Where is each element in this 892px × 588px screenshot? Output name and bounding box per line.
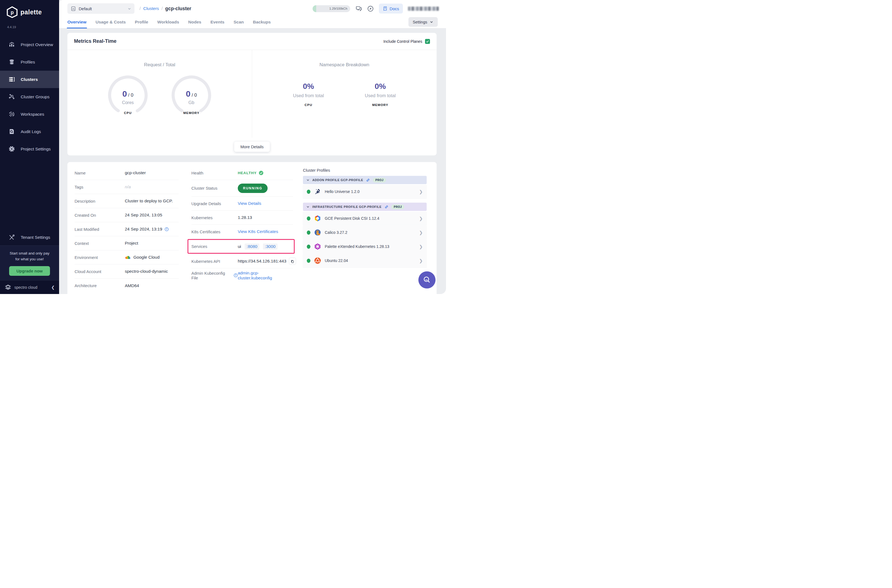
docs-button-label: Docs xyxy=(390,6,399,11)
profile-item-hello-universe[interactable]: Hello Universe 1.2.0 ❯ xyxy=(303,185,426,198)
sidebar-item-project-settings[interactable]: Project Settings xyxy=(0,140,59,158)
detail-row-admin-kubeconfig: Admin Kubeconfig File admin.gcp-cluster.… xyxy=(191,268,293,282)
sidebar-footer: spectro cloud ❮ xyxy=(0,280,59,294)
info-icon[interactable] xyxy=(234,273,238,278)
settings-button[interactable]: Settings xyxy=(408,17,438,27)
namespace-cpu-stat: 0% Used from total CPU xyxy=(293,82,324,106)
audit-doc-icon xyxy=(8,128,15,135)
page-header: Default / Clusters / gcp-cluster 1.29/10… xyxy=(59,0,446,28)
upgrade-now-button[interactable]: Upgrade now xyxy=(9,266,50,276)
profile-item-gce-disk[interactable]: GCE Persistent Disk CSI 1.12.4 ❯ xyxy=(303,212,426,225)
profile-item-calico[interactable]: Calico 3.27.2 ❯ xyxy=(303,226,426,239)
tab-overview[interactable]: Overview xyxy=(68,15,86,28)
sidebar-item-project-overview[interactable]: Project Overview xyxy=(0,36,59,53)
layers-icon xyxy=(8,58,15,65)
status-dot-icon xyxy=(307,259,311,263)
detail-row-context: Context Project xyxy=(75,236,179,250)
running-status-badge: RUNNING xyxy=(238,184,267,193)
infrastructure-profile-group-header[interactable]: INFRASTRUCTURE PROFILE GCP-PROFILE PROJ xyxy=(303,202,426,211)
sidebar-item-cluster-groups[interactable]: Cluster Groups xyxy=(0,88,59,105)
detail-row-cluster-status: Cluster Status RUNNING xyxy=(191,180,293,196)
namespace-breakdown-panel: Namespace Breakdown 0% Used from total C… xyxy=(252,50,437,138)
spectro-cloud-logo-icon xyxy=(5,284,12,291)
sidebar-item-workspaces[interactable]: Workspaces xyxy=(0,105,59,123)
chevron-down-icon xyxy=(128,7,131,10)
proj-badge: PROJ xyxy=(391,204,404,209)
tab-workloads[interactable]: Workloads xyxy=(158,15,179,28)
detail-row-k8s-certificates: K8s Certificates View K8s Certificates xyxy=(191,225,293,239)
topbar-actions: 1.29/100kCh xyxy=(312,4,439,14)
addon-profile-group-header[interactable]: ADDON PROFILE GCP-PROFILE PROJ xyxy=(303,176,426,184)
link-icon xyxy=(366,178,370,182)
cpu-gauge-value: 0 / 0 xyxy=(106,89,150,99)
proj-badge: PROJ xyxy=(373,178,386,183)
hello-universe-logo xyxy=(314,188,321,195)
chevron-right-icon: ❯ xyxy=(419,244,423,249)
more-details-row: More Details xyxy=(68,138,437,155)
chevron-right-icon: ❯ xyxy=(419,258,423,263)
sidebar-item-label: Project Settings xyxy=(21,147,51,152)
detail-row-created-on: Created On 24 Sep 2024, 13:05 xyxy=(75,208,179,222)
sidebar-item-audit-logs[interactable]: Audit Logs xyxy=(0,123,59,140)
tab-usage-costs[interactable]: Usage & Costs xyxy=(96,15,126,28)
chevron-right-icon: ❯ xyxy=(419,216,423,221)
page-body: Metrics Real-Time Include Control Planes… xyxy=(59,28,446,294)
main-area: Default / Clusters / gcp-cluster 1.29/10… xyxy=(59,0,446,294)
sidebar-item-profiles[interactable]: Profiles xyxy=(0,53,59,70)
google-cloud-icon xyxy=(125,255,131,260)
breadcrumb-clusters-link[interactable]: Clusters xyxy=(143,6,159,11)
profile-item-pxk[interactable]: Palette eXtended Kubernetes 1.28.13 ❯ xyxy=(303,240,426,253)
settings-button-label: Settings xyxy=(413,20,427,24)
chat-button[interactable] xyxy=(355,5,362,12)
tab-events[interactable]: Events xyxy=(210,15,225,28)
chevron-right-icon: ❯ xyxy=(419,230,423,235)
memory-gauge-value: 0 / 0 xyxy=(169,89,213,99)
status-dot-icon xyxy=(307,190,311,194)
more-details-button[interactable]: More Details xyxy=(234,142,270,152)
detail-row-description: Description Cluster to deploy to GCP. xyxy=(75,194,179,208)
kubeconfig-download-link[interactable]: admin.gcp-cluster.kubeconfig xyxy=(238,270,293,280)
detail-row-upgrade-details: Upgrade Details View Details xyxy=(191,196,293,211)
orbit-icon xyxy=(8,111,15,118)
tab-scan[interactable]: Scan xyxy=(234,15,244,28)
sidebar-item-clusters[interactable]: Clusters xyxy=(0,70,59,88)
view-k8s-certificates-link[interactable]: View K8s Certificates xyxy=(238,229,278,234)
details-middle-column: Health HEALTHY Cluster Status RUNNING xyxy=(184,166,300,294)
tab-backups[interactable]: Backups xyxy=(253,15,271,28)
detail-row-cloud-account: Cloud Account spectro-cloud-dynamic xyxy=(75,264,179,279)
app-version: 4.4.19 xyxy=(0,18,59,29)
sidebar-item-label: Clusters xyxy=(21,77,38,82)
upgrade-promo: Start small and only pay for what you us… xyxy=(0,245,59,280)
service-port-3000-link[interactable]: :3000 xyxy=(263,243,278,249)
include-control-planes-checkbox[interactable] xyxy=(425,39,430,44)
sidebar-item-label: Cluster Groups xyxy=(21,94,50,99)
sidebar-item-label: Audit Logs xyxy=(21,129,41,134)
cpu-gauge: 0 / 0 Cores CPU xyxy=(106,74,150,116)
docs-button[interactable]: Docs xyxy=(379,4,403,14)
usage-quota-value: 1.29/100kCh xyxy=(329,5,347,12)
profile-item-ubuntu[interactable]: Ubuntu 22.04 ❯ xyxy=(303,254,426,267)
tab-profile[interactable]: Profile xyxy=(135,15,148,28)
cluster-profiles-title: Cluster Profiles xyxy=(303,168,426,172)
book-icon xyxy=(383,6,387,11)
user-name-redacted[interactable] xyxy=(408,7,439,11)
metrics-realtime-card: Metrics Real-Time Include Control Planes… xyxy=(68,33,437,155)
sidebar-item-label: Project Overview xyxy=(21,42,53,47)
search-assistant-fab[interactable] xyxy=(418,272,435,288)
tab-nodes[interactable]: Nodes xyxy=(188,15,201,28)
explore-button[interactable] xyxy=(367,5,374,12)
copy-api-url-button[interactable] xyxy=(289,258,296,265)
metrics-title: Metrics Real-Time xyxy=(74,38,117,44)
view-details-link[interactable]: View Details xyxy=(238,201,261,206)
copy-icon xyxy=(291,260,294,263)
detail-row-name: Name gcp-cluster xyxy=(75,166,179,180)
chevron-down-icon xyxy=(306,178,309,182)
service-port-8080-link[interactable]: :8080 xyxy=(245,243,259,249)
sidebar-item-tenant-settings[interactable]: Tenant Settings xyxy=(0,230,59,245)
network-icon xyxy=(8,93,15,100)
chevron-down-icon xyxy=(306,205,309,208)
health-status: HEALTHY xyxy=(238,171,263,175)
info-icon[interactable] xyxy=(165,227,169,231)
collapse-sidebar-icon[interactable]: ❮ xyxy=(51,285,55,290)
project-selector[interactable]: Default xyxy=(68,3,135,14)
